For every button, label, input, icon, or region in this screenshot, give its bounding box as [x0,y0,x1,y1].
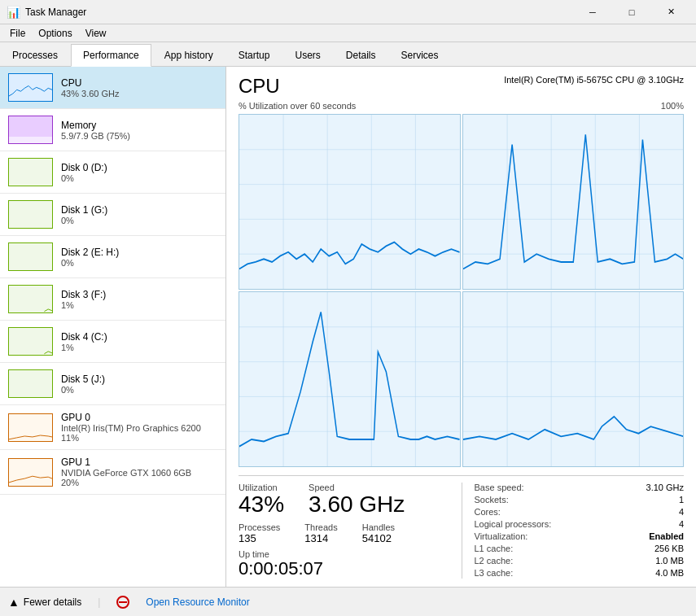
disk3-val: 1% [61,300,217,310]
content-header: CPU Intel(R) Core(TM) i5-5675C CPU @ 3.1… [239,75,684,98]
menu-file[interactable]: File [3,26,32,41]
tab-bar: Processes Performance App history Startu… [0,42,696,67]
fewer-details-button[interactable]: ▲ Fewer details [8,596,81,609]
speed-stat: Speed 3.60 GHz [309,483,405,518]
memory-sidebar-info: Memory 5.9/7.9 GB (75%) [61,120,217,141]
disk5-sidebar-graph [8,369,53,398]
disk2-sidebar-graph [8,242,53,271]
tab-users[interactable]: Users [282,44,332,66]
sidebar-item-cpu[interactable]: CPU 43% 3.60 GHz [0,67,225,109]
spec-sockets: Sockets: 1 [475,495,685,505]
cpu-charts-grid [239,114,684,467]
minimize-button[interactable]: ─ [574,0,611,24]
disk4-sidebar-graph [8,327,53,356]
disk0-val: 0% [61,173,217,183]
sidebar-item-disk2[interactable]: Disk 2 (E: H:) 0% [0,236,225,278]
menu-view[interactable]: View [79,26,113,41]
uptime-label: Up time [239,549,462,559]
gpu1-sidebar-info: GPU 1 NVIDIA GeForce GTX 1060 6GB 20% [61,457,217,487]
spec-virt-val: Enabled [649,531,684,541]
tab-performance[interactable]: Performance [71,44,151,67]
gpu1-subname: NVIDIA GeForce GTX 1060 6GB [61,468,217,478]
menu-bar: File Options View [0,24,696,42]
sidebar-item-disk3[interactable]: Disk 3 (F:) 1% [0,278,225,321]
svg-rect-4 [9,201,52,229]
cpu-sidebar-info: CPU 43% 3.60 GHz [61,77,217,98]
window-controls: ─ □ ✕ [574,0,689,24]
bottom-bar: ▲ Fewer details | Open Resource Monitor [0,587,696,616]
spec-sockets-val: 1 [679,495,684,505]
maximize-button[interactable]: □ [613,0,650,24]
spec-sockets-label: Sockets: [475,495,509,505]
svg-rect-2 [9,116,52,137]
memory-sidebar-graph [8,116,53,144]
memory-name: Memory [61,120,217,131]
sidebar: CPU 43% 3.60 GHz Memory 5.9/7.9 GB (75%) [0,67,226,587]
tab-details[interactable]: Details [334,44,388,66]
app-title: Task Manager [25,7,574,18]
spec-base-speed-label: Base speed: [475,483,524,492]
open-resource-monitor-link[interactable]: Open Resource Monitor [146,596,249,608]
gpu0-sidebar-graph [8,413,53,442]
sidebar-item-disk1[interactable]: Disk 1 (G:) 0% [0,194,225,236]
utilization-header: % Utilization over 60 seconds 100% [239,101,684,111]
cpu-sidebar-graph [8,73,53,102]
gpu0-sidebar-info: GPU 0 Intel(R) Iris(TM) Pro Graphics 620… [61,412,217,443]
spec-logical: Logical processors: 4 [475,519,685,529]
sidebar-item-disk4[interactable]: Disk 4 (C:) 1% [0,321,225,363]
disk4-name: Disk 4 (C:) [61,331,217,343]
menu-options[interactable]: Options [32,26,78,41]
cpu-model: Intel(R) Core(TM) i5-5675C CPU @ 3.10GHz [504,75,684,85]
uptime-value: 0:00:05:07 [239,559,462,579]
processes-label: Processes [239,522,280,532]
cpu-chart-bottomright [462,291,685,467]
sidebar-item-memory[interactable]: Memory 5.9/7.9 GB (75%) [0,109,225,151]
sidebar-item-gpu1[interactable]: GPU 1 NVIDIA GeForce GTX 1060 6GB 20% [0,450,225,495]
disk5-val: 0% [61,385,217,395]
disk0-sidebar-graph [8,158,53,186]
handles-value: 54102 [362,532,395,544]
disk2-val: 0% [61,258,217,268]
disk3-name: Disk 3 (F:) [61,289,217,300]
spec-cores: Cores: 4 [475,507,685,517]
util-max-text: 100% [661,101,684,111]
util-label-text: % Utilization over 60 seconds [239,101,356,111]
sidebar-item-disk0[interactable]: Disk 0 (D:) 0% [0,151,225,194]
disk2-sidebar-info: Disk 2 (E: H:) 0% [61,247,217,268]
tab-app-history[interactable]: App history [152,44,225,66]
gpu0-name: GPU 0 [61,412,217,423]
fewer-details-label: Fewer details [24,596,81,608]
spec-l2-label: L2 cache: [475,556,514,566]
spec-l3-label: L3 cache: [475,568,514,578]
spec-virt: Virtualization: Enabled [475,531,685,541]
disk1-val: 0% [61,216,217,225]
disk1-sidebar-graph [8,200,53,229]
disk5-name: Disk 5 (J:) [61,374,217,385]
close-button[interactable]: ✕ [652,0,689,24]
svg-rect-3 [9,159,52,186]
disk4-sidebar-info: Disk 4 (C:) 1% [61,331,217,352]
stats-section: Utilization 43% Speed 3.60 GHz Processes… [239,475,684,579]
tab-processes[interactable]: Processes [0,44,70,66]
title-bar: 📊 Task Manager ─ □ ✕ [0,0,696,24]
sidebar-item-disk5[interactable]: Disk 5 (J:) 0% [0,363,225,405]
specs-panel: Base speed: 3.10 GHz Sockets: 1 Cores: 4… [462,483,685,579]
spec-l1-label: L1 cache: [475,544,514,553]
tab-services[interactable]: Services [389,44,451,66]
proc-thread-handles-row: Processes 135 Threads 1314 Handles 54102 [239,522,462,544]
sidebar-item-gpu0[interactable]: GPU 0 Intel(R) Iris(TM) Pro Graphics 620… [0,405,225,450]
gpu1-name: GPU 1 [61,457,217,468]
cpu-val: 43% 3.60 GHz [61,89,217,98]
disk3-sidebar-info: Disk 3 (F:) 1% [61,289,217,310]
cpu-name: CPU [61,77,217,89]
gpu1-sidebar-graph [8,458,53,487]
disk3-sidebar-graph [8,285,53,313]
tab-startup[interactable]: Startup [226,44,282,66]
disk0-name: Disk 0 (D:) [61,162,217,173]
threads-value: 1314 [304,532,337,544]
threads-label: Threads [304,522,337,532]
speed-value: 3.60 GHz [309,492,405,518]
spec-cores-label: Cores: [475,507,501,517]
svg-rect-10 [9,459,52,487]
spec-l3-val: 4.0 MB [655,568,684,578]
